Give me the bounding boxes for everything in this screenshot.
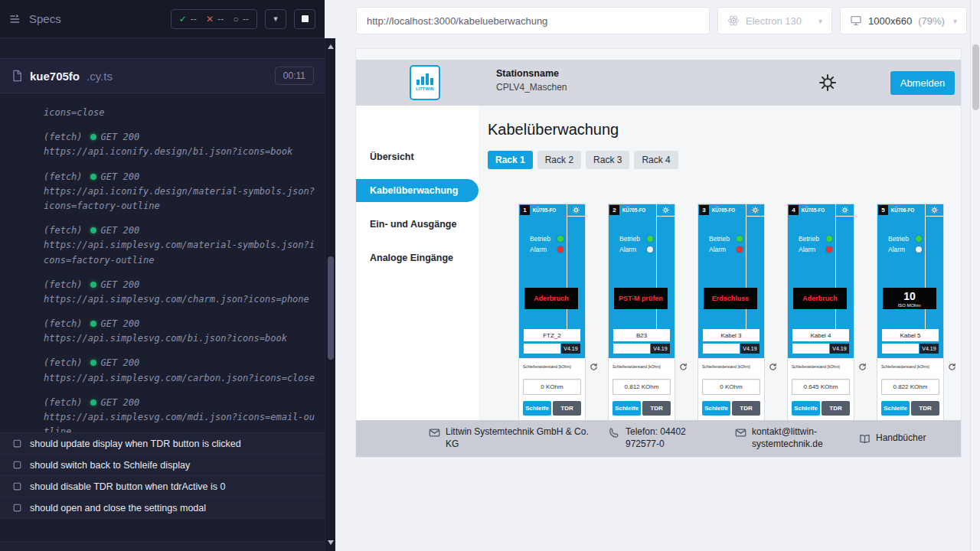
betrieb-label: Betrieb: [888, 235, 909, 243]
display-bar: [524, 344, 560, 354]
test-item[interactable]: should disable TDR button when tdrActive…: [0, 476, 325, 497]
stat-failed: ✕--: [206, 14, 224, 24]
log-entry[interactable]: (fetch)GET 200 https://api.simplesvg.com…: [44, 278, 318, 307]
cable-name: Kabel 4: [792, 329, 849, 341]
alarm-label: Alarm: [530, 246, 547, 253]
log-entry[interactable]: (fetch)GET 200 https://api.iconify.desig…: [44, 130, 318, 159]
stop-tests-button[interactable]: [294, 9, 315, 29]
log-event-type: (fetch): [44, 225, 83, 236]
tdr-button[interactable]: TDR: [732, 401, 760, 416]
betrieb-led: [737, 236, 743, 242]
specs-menu-icon[interactable]: [9, 13, 21, 25]
card-settings-icon[interactable]: [567, 204, 585, 217]
station-info: Stationsname CPLV4_Maschen: [496, 68, 567, 93]
scroll-up-arrow[interactable]: [328, 44, 334, 49]
status-display: Aderbruch: [524, 288, 578, 309]
sidebar-item-kabelueberwachung[interactable]: Kabelüberwachung: [356, 179, 479, 202]
betrieb-led: [826, 236, 832, 242]
phone-icon: [609, 427, 620, 439]
refresh-icon[interactable]: [679, 363, 688, 371]
url-input[interactable]: [367, 15, 699, 27]
tdr-button[interactable]: TDR: [822, 401, 850, 416]
log-entry[interactable]: (fetch)GET 200 https://api.simplesvg.com…: [44, 356, 318, 385]
page-scrollbar: [970, 0, 980, 551]
log-status: GET 200: [101, 132, 140, 142]
schleife-button[interactable]: Schleife: [881, 401, 910, 416]
log-entry[interactable]: (fetch)GET 200 https://api.simplesvg.com…: [44, 396, 318, 432]
test-stats[interactable]: ✓-- ✕-- ○--: [171, 9, 257, 29]
log-url: https://api.simplesvg.com/material-symbo…: [44, 238, 318, 267]
sidebar-item-analoge-eingaenge[interactable]: Analoge Eingänge: [356, 246, 479, 269]
card-settings-icon[interactable]: [835, 204, 854, 217]
footer-manuals[interactable]: Handbücher: [859, 432, 968, 445]
browser-selector[interactable]: Electron 130 ▾: [717, 7, 832, 34]
sidebar-item-uebersicht[interactable]: Übersicht: [356, 145, 479, 168]
logo-building-icon: [416, 73, 433, 85]
footer-phone[interactable]: Telefon: 04402 972577-0: [609, 426, 721, 450]
refresh-icon[interactable]: [769, 363, 777, 371]
app-header: LITTWIN Stationsname CPLV4_Maschen Abmel…: [356, 60, 961, 106]
device-model: KÜ705-FO: [710, 205, 742, 216]
tab-rack-2[interactable]: Rack 2: [537, 151, 581, 169]
tdr-button[interactable]: TDR: [553, 401, 581, 416]
slot-number: 1: [520, 205, 530, 215]
display-bar: [882, 344, 919, 354]
scrollbar-thumb[interactable]: [328, 256, 334, 360]
resistance-label: Schleifenwiderstand [kOhm]: [881, 365, 929, 369]
logout-button[interactable]: Abmelden: [890, 71, 955, 95]
refresh-icon[interactable]: [590, 363, 598, 371]
sidebar-item-ein-und-ausgaenge[interactable]: Ein- und Ausgänge: [356, 213, 479, 236]
alarm-led: [826, 246, 832, 253]
resistance-label: Schleifenwiderstand [kOhm]: [792, 365, 840, 369]
test-timer: 00:11: [275, 67, 314, 85]
viewport-selector[interactable]: 1000x660 (79%) ▾: [840, 7, 967, 34]
tab-rack-3[interactable]: Rack 3: [586, 151, 629, 169]
cable-name: Kabel 5: [882, 329, 939, 341]
schleife-button[interactable]: Schleife: [792, 401, 820, 416]
spec-header[interactable]: kue705fo .cy.ts 00:11: [0, 58, 325, 93]
refresh-icon[interactable]: [948, 363, 956, 371]
tdr-button[interactable]: TDR: [642, 401, 671, 416]
scrollbar-thumb[interactable]: [972, 44, 979, 110]
log-entry[interactable]: (fetch)GET 200 https://api.simplesvg.com…: [44, 223, 318, 268]
test-item[interactable]: should open and close the settings modal: [0, 497, 325, 519]
settings-gear-icon[interactable]: [818, 73, 837, 92]
alarm-label: Alarm: [619, 246, 636, 253]
schleife-button[interactable]: Schleife: [702, 401, 730, 416]
url-bar[interactable]: [356, 7, 710, 34]
device-model: KÜ705-FO: [620, 205, 652, 216]
spec-file-name: kue705fo: [30, 70, 80, 83]
log-entry[interactable]: (fetch)GET 200 https://api.simplesvg.com…: [44, 317, 318, 346]
log-entry[interactable]: icons=close: [44, 106, 318, 120]
refresh-icon[interactable]: [858, 363, 867, 371]
collapse-stats-button[interactable]: ▾: [265, 9, 286, 29]
card-settings-icon[interactable]: [656, 204, 675, 217]
test-item[interactable]: should update display when TDR button is…: [0, 433, 325, 455]
app-body: Übersicht Kabelüberwachung Ein- und Ausg…: [356, 106, 961, 420]
divider: [656, 217, 657, 330]
log-entry[interactable]: (fetch)GET 200 https://api.iconify.desig…: [44, 170, 318, 214]
card-settings-icon[interactable]: [746, 204, 764, 217]
tdr-button[interactable]: TDR: [911, 401, 939, 416]
status-dot-icon: [90, 134, 96, 140]
footer-email[interactable]: kontakt@littwin-systemtechnik.de: [735, 426, 845, 450]
scroll-down-arrow[interactable]: [328, 540, 334, 545]
schleife-button[interactable]: Schleife: [523, 401, 551, 416]
app-footer: Littwin Systemtechnik GmbH & Co. KG Tele…: [356, 420, 961, 457]
device-cards: 1 KÜ705-FO Betrieb Alarm Aderbruch FT: [519, 204, 961, 420]
chevron-down-icon: ▾: [818, 17, 822, 25]
test-item[interactable]: should switch back to Schleife display: [0, 455, 325, 476]
display-bar: [703, 344, 740, 354]
schleife-button[interactable]: Schleife: [612, 401, 641, 416]
tab-rack-4[interactable]: Rack 4: [634, 151, 678, 169]
tab-rack-1[interactable]: Rack 1: [488, 151, 533, 169]
specs-label[interactable]: Specs: [29, 12, 61, 25]
card-settings-icon[interactable]: [925, 204, 943, 217]
horizontal-scrollbar[interactable]: [0, 541, 325, 551]
divider: [835, 217, 836, 330]
aut-toolbar: Electron 130 ▾ 1000x660 (79%) ▾: [335, 0, 980, 41]
test-box-icon: [12, 481, 22, 491]
status-dot-icon: [90, 282, 96, 288]
resistance-label: Schleifenwiderstand [kOhm]: [612, 365, 661, 369]
log-event-type: (fetch): [44, 318, 83, 329]
